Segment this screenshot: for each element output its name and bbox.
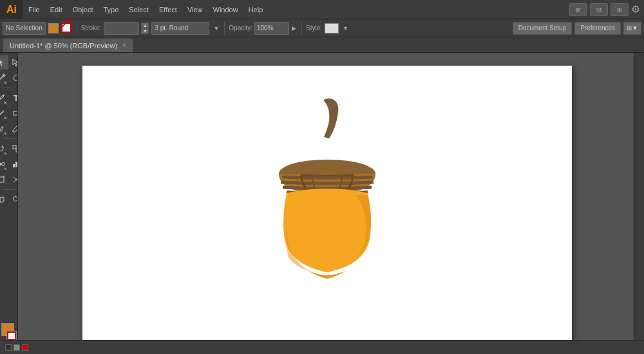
svg-rect-6 [14, 111, 18, 115]
document-setup-button[interactable]: Document Setup [513, 22, 573, 35]
tab-bar: Untitled-1* @ 50% (RGB/Preview) × [0, 37, 644, 53]
direct-selection-tool[interactable] [9, 55, 18, 70]
svg-line-2 [0, 75, 4, 80]
svg-marker-1 [13, 59, 18, 66]
pen-tool[interactable]: ◣ [0, 91, 8, 105]
hand-tool[interactable] [0, 192, 8, 207]
main-layout: ◣ ◣ T ◣ ◣ ◣ [0, 53, 644, 354]
selection-tool[interactable] [0, 55, 8, 70]
control-bar: No Selection Stroke: ▲▼ 3 pt. Round ▼ Op… [0, 19, 644, 37]
stroke-spinner[interactable]: ▲▼ [141, 23, 149, 34]
opacity-arrow[interactable]: ▶ [290, 25, 298, 32]
scale-tool[interactable]: ◣ [9, 142, 18, 156]
pen-tools: ◣ T ◣ [0, 91, 18, 105]
toolbar-sep-3 [3, 189, 15, 190]
menu-type[interactable]: Type [99, 0, 124, 19]
acorn-illustration [260, 93, 395, 301]
menu-items: File Edit Object Type Select Effect View… [23, 0, 268, 19]
stroke-weight-arrow[interactable]: ▼ [212, 25, 220, 32]
document-tab[interactable]: Untitled-1* @ 50% (RGB/Preview) × [3, 38, 133, 52]
stock-button[interactable]: St [590, 3, 608, 16]
stroke-weight-input[interactable]: 3 pt. Round [151, 22, 209, 35]
magic-wand-tool[interactable]: ◣ [0, 71, 8, 85]
menu-file[interactable]: File [23, 0, 45, 19]
fill-swatch[interactable] [48, 23, 59, 33]
bridge-button[interactable]: Br [569, 3, 587, 16]
bottom-swatch-1 [5, 344, 12, 351]
stroke-input[interactable] [104, 22, 139, 35]
right-panel[interactable] [634, 53, 644, 354]
arrange-button[interactable]: ⊞▼ [623, 22, 641, 35]
style-arrow[interactable]: ▼ [341, 25, 350, 32]
svg-point-10 [0, 163, 1, 166]
menu-window[interactable]: Window [208, 0, 243, 19]
menu-view[interactable]: View [182, 0, 208, 19]
svg-line-5 [0, 111, 4, 116]
paintbrush-tool[interactable]: ◣ [0, 122, 8, 136]
svg-point-11 [2, 163, 5, 166]
menu-help[interactable]: Help [243, 0, 269, 19]
divider2 [224, 22, 225, 35]
svg-point-21 [14, 197, 18, 201]
menu-effect[interactable]: Effect [154, 0, 182, 19]
menu-bar: Ai File Edit Object Type Select Effect V… [0, 0, 644, 19]
rotate-tool[interactable]: ◣ [0, 142, 8, 156]
line-tools: ◣ ◣ [0, 106, 18, 120]
blend-tool[interactable]: ◣ [0, 157, 8, 171]
preferences-button[interactable]: Preferences [574, 22, 621, 35]
blend-tools: ◣ [0, 157, 18, 171]
menu-select[interactable]: Select [124, 0, 154, 19]
slice-tool[interactable]: ◣ [9, 172, 18, 187]
type-icon: T [14, 93, 18, 103]
toolbar-sep-2 [3, 138, 15, 139]
view-tools [0, 192, 18, 207]
svg-point-4 [3, 95, 5, 96]
selection-indicator[interactable]: No Selection [3, 22, 46, 35]
style-label: Style: [306, 24, 322, 32]
tab-title: Untitled-1* @ 50% (RGB/Preview) [10, 42, 117, 50]
svg-rect-16 [0, 177, 4, 182]
lasso-tool[interactable] [9, 71, 18, 85]
selection-label: No Selection [6, 24, 43, 32]
tab-close-button[interactable]: × [122, 42, 126, 49]
type-tool[interactable]: T ◣ [9, 91, 18, 105]
opacity-label: Opacity: [229, 24, 252, 32]
selection-tools [0, 55, 18, 70]
artboard-tools: ◣ [0, 172, 18, 187]
fg-bg-swatches[interactable] [0, 323, 18, 341]
column-chart-tool[interactable] [9, 157, 18, 171]
opacity-section: Opacity: 100% ▶ [229, 22, 298, 35]
artboard-tool[interactable] [0, 172, 8, 187]
grid-button[interactable]: ⊞ [611, 3, 629, 16]
svg-rect-14 [15, 162, 17, 167]
svg-marker-7 [1, 145, 3, 148]
rectangle-tool[interactable]: ◣ [9, 106, 18, 120]
toolbar-sep-1 [3, 88, 15, 88]
rotate-tools: ◣ ◣ [0, 142, 18, 156]
divider1 [77, 22, 77, 35]
bottom-swatch-2 [14, 344, 20, 351]
left-toolbar: ◣ ◣ T ◣ ◣ ◣ [0, 53, 18, 354]
svg-rect-13 [13, 164, 15, 167]
acorn-svg [260, 93, 395, 299]
stroke-label: Stroke: [81, 24, 102, 32]
exchange-icon: ⚙ [631, 3, 640, 15]
color-mode-bottom [5, 344, 28, 351]
menu-edit[interactable]: Edit [45, 0, 68, 19]
divider3 [301, 22, 302, 35]
stroke-swatch-container[interactable] [61, 23, 73, 34]
menu-object[interactable]: Object [68, 0, 99, 19]
bottom-swatch-3 [22, 344, 28, 351]
canvas-area[interactable] [18, 53, 634, 354]
svg-rect-8 [13, 145, 16, 149]
artboard [82, 66, 572, 349]
line-tool[interactable]: ◣ [0, 106, 8, 120]
style-swatch[interactable] [325, 23, 339, 33]
zoom-tool[interactable] [9, 192, 18, 207]
opacity-input[interactable]: 100% [254, 22, 289, 35]
bottom-bar [0, 340, 644, 354]
menu-right-icons: Br St ⊞ ⚙ [569, 3, 644, 16]
svg-marker-0 [0, 59, 3, 66]
pencil-tool[interactable]: ◣ [9, 122, 18, 136]
wand-lasso-tools: ◣ [0, 71, 18, 85]
